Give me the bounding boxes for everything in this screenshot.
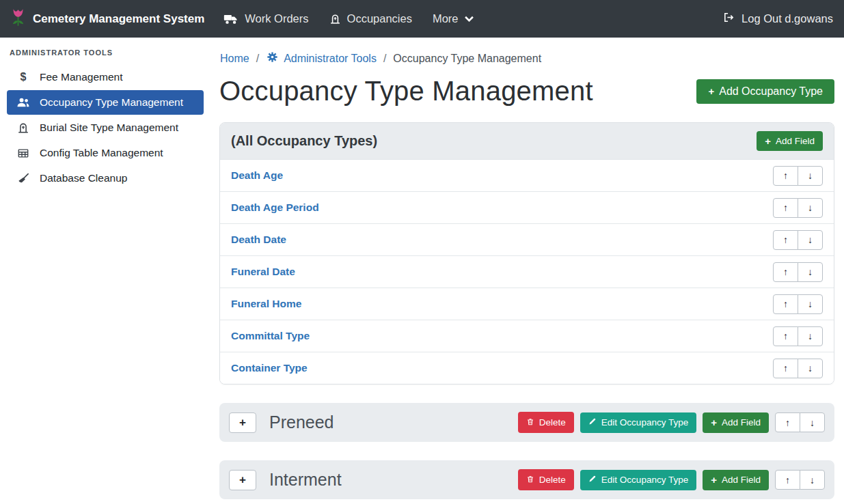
move-up-button[interactable]: ↑	[775, 412, 800, 432]
logout-button[interactable]: Log Out d.gowans	[722, 12, 833, 26]
delete-button[interactable]: Delete	[518, 469, 574, 490]
move-up-button[interactable]: ↑	[773, 294, 798, 314]
sidebar-item-label: Burial Site Type Management	[40, 122, 178, 134]
arrow-up-icon: ↑	[785, 475, 790, 486]
app-brand[interactable]: Cemetery Management System	[11, 8, 204, 31]
arrow-up-icon: ↑	[783, 331, 788, 341]
reorder-button-group: ↑ ↓	[773, 326, 823, 346]
field-name-link[interactable]: Funeral Date	[231, 266, 295, 278]
reorder-button-group: ↑ ↓	[773, 294, 823, 314]
breadcrumb-home-link[interactable]: Home	[220, 53, 249, 65]
move-down-button[interactable]: ↓	[800, 470, 825, 490]
move-up-button[interactable]: ↑	[773, 230, 798, 250]
all-occupancy-types-card: (All Occupancy Types) + Add Field Death …	[219, 122, 834, 384]
field-row: Committal Type ↑ ↓	[220, 320, 834, 352]
add-field-button[interactable]: + Add Field	[703, 412, 769, 433]
section-actions: Delete Edit Occupancy Type + Add Field	[518, 412, 825, 433]
navbar-links: Work Orders Occupancies More	[223, 12, 473, 25]
add-field-button[interactable]: + Add Field	[757, 131, 823, 151]
edit-occupancy-type-label: Edit Occupancy Type	[601, 417, 688, 428]
occupancy-type-section: + Interment Delete	[219, 460, 834, 499]
add-occupancy-type-label: Add Occupancy Type	[719, 85, 823, 98]
sidebar-item-fee-management[interactable]: $ Fee Management	[7, 65, 204, 89]
add-field-button[interactable]: + Add Field	[703, 470, 769, 490]
edit-occupancy-type-label: Edit Occupancy Type	[601, 475, 688, 485]
trash-icon	[526, 417, 534, 428]
breadcrumb-separator: /	[383, 53, 386, 65]
move-down-button[interactable]: ↓	[798, 359, 823, 378]
add-field-label: Add Field	[722, 417, 761, 428]
breadcrumb: Home / Administrator Tools / Occupancy T…	[220, 51, 834, 66]
move-down-button[interactable]: ↓	[798, 230, 823, 250]
arrow-up-icon: ↑	[783, 202, 788, 213]
move-down-button[interactable]: ↓	[800, 412, 825, 432]
move-up-button[interactable]: ↑	[773, 326, 798, 346]
arrow-down-icon: ↓	[808, 363, 813, 374]
gear-icon	[266, 51, 279, 66]
move-up-button[interactable]: ↑	[773, 166, 798, 186]
sidebar-item-occupancy-type-management[interactable]: Occupancy Type Management	[7, 90, 204, 115]
sidebar-item-config-table-management[interactable]: Config Table Management	[7, 141, 204, 165]
reorder-button-group: ↑ ↓	[773, 198, 823, 218]
arrow-up-icon: ↑	[783, 298, 788, 309]
field-name-link[interactable]: Funeral Home	[231, 298, 301, 310]
move-down-button[interactable]: ↓	[798, 326, 823, 346]
move-up-button[interactable]: ↑	[773, 198, 798, 218]
main-content: Home / Administrator Tools / Occupancy T…	[210, 38, 844, 504]
monument-icon	[329, 13, 341, 25]
users-icon	[16, 97, 31, 109]
field-row: Death Age ↑ ↓	[220, 159, 834, 191]
field-row: Funeral Date ↑ ↓	[220, 255, 834, 288]
move-up-button[interactable]: ↑	[773, 359, 798, 378]
edit-occupancy-type-button[interactable]: Edit Occupancy Type	[580, 470, 696, 490]
breadcrumb-admin-tools-link[interactable]: Administrator Tools	[266, 51, 377, 66]
expand-section-button[interactable]: +	[229, 412, 256, 433]
move-up-button[interactable]: ↑	[773, 262, 798, 282]
nav-item-work-orders[interactable]: Work Orders	[223, 12, 308, 25]
app-title: Cemetery Management System	[33, 12, 204, 26]
delete-button[interactable]: Delete	[518, 412, 574, 433]
field-name-link[interactable]: Death Age Period	[231, 201, 319, 214]
plus-icon: +	[711, 417, 717, 428]
field-name-link[interactable]: Death Age	[231, 169, 283, 182]
top-navbar: Cemetery Management System Work Orders	[0, 0, 844, 38]
arrow-up-icon: ↑	[783, 266, 788, 277]
field-name-link[interactable]: Death Date	[231, 234, 286, 246]
edit-occupancy-type-button[interactable]: Edit Occupancy Type	[580, 412, 696, 433]
sidebar-heading: ADMINISTRATOR TOOLS	[10, 48, 201, 57]
arrow-down-icon: ↓	[808, 170, 813, 181]
field-name-link[interactable]: Committal Type	[231, 330, 310, 342]
move-down-button[interactable]: ↓	[798, 262, 823, 282]
field-row: Death Age Period ↑ ↓	[220, 191, 834, 223]
arrow-down-icon: ↓	[808, 202, 813, 213]
field-row: Funeral Home ↑ ↓	[220, 288, 834, 320]
reorder-button-group: ↑ ↓	[775, 470, 825, 490]
nav-item-more[interactable]: More	[433, 12, 474, 25]
nav-label: Occupancies	[347, 12, 412, 25]
arrow-up-icon: ↑	[783, 363, 788, 374]
card-title: (All Occupancy Types)	[231, 133, 377, 149]
expand-section-button[interactable]: +	[229, 470, 256, 490]
arrow-down-icon: ↓	[808, 266, 813, 277]
sidebar-item-label: Database Cleanup	[40, 172, 127, 184]
plus-icon: +	[711, 475, 717, 485]
arrow-up-icon: ↑	[785, 417, 790, 428]
sidebar-item-database-cleanup[interactable]: Database Cleanup	[7, 166, 204, 191]
move-down-button[interactable]: ↓	[798, 198, 823, 218]
nav-item-occupancies[interactable]: Occupancies	[329, 12, 412, 25]
move-down-button[interactable]: ↓	[798, 166, 823, 186]
move-up-button[interactable]: ↑	[775, 470, 800, 490]
arrow-up-icon: ↑	[783, 170, 788, 181]
page-title: Occupancy Type Management	[219, 76, 593, 107]
arrow-down-icon: ↓	[808, 331, 813, 341]
sidebar-item-burial-site-type-management[interactable]: Burial Site Type Management	[7, 115, 204, 140]
sidebar-item-label: Fee Management	[40, 71, 123, 83]
add-occupancy-type-button[interactable]: + Add Occupancy Type	[696, 79, 834, 104]
sidebar-item-label: Occupancy Type Management	[40, 96, 183, 109]
move-down-button[interactable]: ↓	[798, 294, 823, 314]
truck-icon	[223, 14, 239, 25]
delete-label: Delete	[539, 475, 566, 485]
field-row: Death Date ↑ ↓	[220, 223, 834, 255]
field-name-link[interactable]: Container Type	[231, 362, 308, 374]
arrow-down-icon: ↓	[808, 234, 813, 245]
